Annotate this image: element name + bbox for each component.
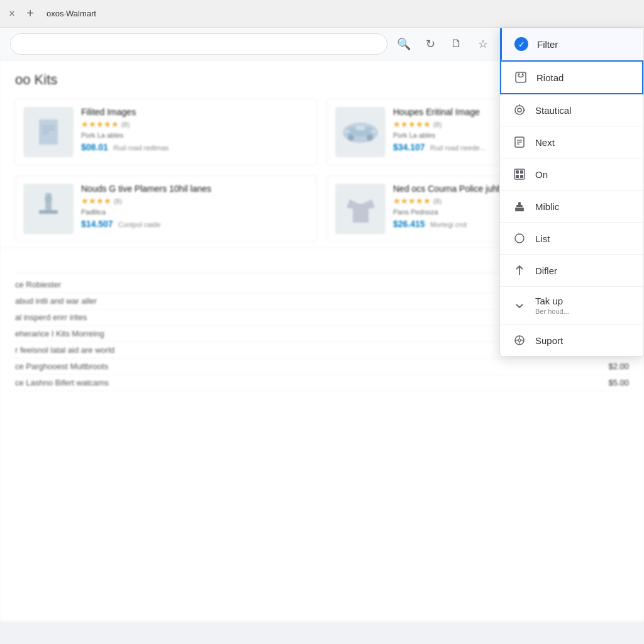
reload-icon[interactable]: ↻ (420, 34, 440, 54)
svg-point-7 (367, 135, 373, 141)
svg-rect-27 (520, 170, 523, 174)
product-name: Filited Images (81, 107, 309, 117)
svg-rect-28 (516, 175, 519, 178)
product-image (335, 184, 386, 234)
svg-rect-3 (42, 132, 50, 133)
dropdown-item-on[interactable]: On (500, 158, 643, 191)
search-icon[interactable]: 🔍 (394, 34, 414, 54)
difler-icon (513, 264, 526, 277)
stautical-icon (513, 103, 526, 117)
dropdown-menu: ✓ Filter Riotad Stautical (499, 28, 644, 357)
product-price: $14.507 (81, 219, 113, 229)
svg-rect-12 (39, 210, 58, 214)
summary-row: ce Lashno Bifert watcams $5.00 (15, 375, 629, 391)
summary-row-label: ce Lashno Bifert watcams (15, 378, 591, 387)
dropdown-item-stautical[interactable]: Stautical (500, 94, 643, 126)
tab-close-button[interactable]: × (8, 9, 16, 18)
product-card[interactable]: Nouds G tive Plamers 10hil lanes ★★★★ (8… (15, 175, 317, 242)
dropdown-label-riotad: Riotad (536, 72, 630, 83)
summary-row-amount: $2.00 (591, 362, 629, 371)
summary-row: ce Parghooest Multbroots $2.00 (15, 358, 629, 375)
dropdown-label-stautical: Stautical (535, 105, 631, 116)
product-image (23, 107, 74, 157)
svg-rect-9 (345, 130, 350, 133)
svg-rect-10 (371, 130, 376, 133)
dropdown-item-list[interactable]: List (500, 223, 643, 255)
filter-check-icon: ✓ (514, 37, 528, 51)
svg-point-36 (518, 339, 521, 341)
dropdown-item-next[interactable]: Next (500, 126, 643, 158)
product-info: Nouds G tive Plamers 10hil lanes ★★★★ (8… (81, 184, 309, 234)
svg-rect-29 (520, 175, 523, 178)
product-price-row: $08.01 Rud road redtmas (81, 142, 309, 153)
product-stars: ★★★★★ (8) (81, 119, 309, 129)
dropdown-label-miblic: Miblic (535, 201, 631, 212)
product-image (23, 184, 74, 234)
svg-point-16 (522, 74, 524, 75)
dropdown-item-difler[interactable]: Difler (500, 255, 643, 287)
dropdown-label-filter: Filter (537, 39, 631, 50)
suport-icon (513, 333, 526, 347)
svg-point-6 (348, 135, 354, 141)
dropdown-label-difler: Difler (535, 265, 631, 276)
dropdown-label-suport: Suport (535, 335, 631, 346)
bookmark-icon[interactable]: ☆ (473, 34, 493, 54)
product-card[interactable]: Filited Images ★★★★★ (8) Pork La ables $… (15, 99, 317, 165)
product-name: Nouds G tive Plamers 10hil lanes (81, 184, 309, 194)
next-icon (513, 135, 526, 149)
summary-row-amount: $5.00 (591, 378, 629, 387)
svg-point-13 (45, 196, 52, 203)
miblic-icon (513, 199, 526, 213)
product-price: $34.107 (393, 142, 425, 152)
svg-rect-2 (42, 129, 55, 130)
dropdown-item-miblic[interactable]: Miblic (500, 191, 643, 223)
dropdown-label-next: Next (535, 137, 631, 148)
svg-rect-8 (356, 125, 365, 130)
on-icon (513, 167, 526, 181)
svg-rect-1 (42, 126, 55, 127)
product-shipping: Contpol caide (118, 221, 160, 228)
takup-text-block: Tak up Ber houd... (535, 296, 569, 315)
dropdown-label-list: List (535, 233, 631, 244)
svg-rect-26 (516, 170, 519, 174)
dropdown-item-filter[interactable]: ✓ Filter (500, 28, 643, 60)
svg-point-17 (515, 106, 524, 114)
summary-row-label: ce Parghooest Multbroots (15, 362, 591, 371)
page-title: oo Kits (15, 72, 57, 88)
product-image (335, 107, 386, 157)
product-shipping: Rud road redtmas (113, 144, 169, 152)
svg-point-33 (515, 234, 524, 243)
dropdown-item-riotad[interactable]: Riotad (500, 60, 643, 94)
save-icon[interactable]: 🗋 (447, 34, 467, 54)
browser-chrome: × + oxos·Walmart (0, 0, 644, 28)
dropdown-label-takup: Tak up (535, 296, 569, 306)
svg-point-15 (518, 74, 520, 75)
product-price-row: $14.507 Contpol caide (81, 218, 309, 230)
svg-rect-31 (516, 205, 523, 207)
dropdown-item-suport[interactable]: Suport (500, 325, 643, 356)
product-seller: Pork La ables (81, 131, 309, 139)
takup-icon (513, 299, 526, 313)
tab-label: oxos·Walmart (47, 9, 96, 18)
riotad-icon (514, 70, 528, 84)
dropdown-label-on: On (535, 169, 631, 180)
dropdown-item-takup[interactable]: Tak up Ber houd... (500, 287, 643, 325)
dropdown-sublabel-takup: Ber houd... (535, 308, 569, 315)
svg-rect-30 (515, 208, 524, 209)
new-tab-button[interactable]: + (21, 5, 39, 23)
address-input[interactable] (10, 33, 387, 55)
product-price: $08.01 (81, 142, 108, 152)
list-icon (513, 231, 526, 245)
product-shipping: Rud road neede... (430, 144, 486, 152)
product-price: $26.415 (393, 219, 425, 229)
product-seller: Padlitca (81, 208, 309, 216)
svg-rect-32 (515, 209, 524, 211)
product-shipping: Mortegi crot (430, 221, 467, 228)
product-stars: ★★★★ (8) (81, 196, 309, 206)
svg-point-18 (518, 108, 521, 112)
product-info: Filited Images ★★★★★ (8) Pork La ables $… (81, 107, 309, 157)
